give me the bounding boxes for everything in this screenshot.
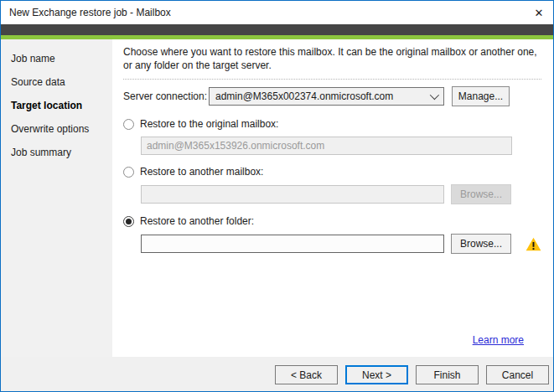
another-folder-field-row: Browse... (141, 234, 541, 254)
radio-original-mailbox-label: Restore to the original mailbox: (140, 118, 278, 130)
radio-row-another-mailbox[interactable]: Restore to another mailbox: (123, 166, 541, 178)
original-mailbox-field (141, 137, 512, 155)
next-button[interactable]: Next > (345, 365, 408, 384)
title-bar: New Exchange restore job - Mailbox ✕ (1, 1, 553, 24)
sidebar-item-overwrite-options[interactable]: Overwrite options (1, 117, 112, 141)
finish-button[interactable]: Finish (416, 365, 479, 384)
sidebar-item-source-data[interactable]: Source data (1, 70, 112, 94)
sidebar-item-job-summary[interactable]: Job summary (1, 141, 112, 164)
server-connection-dropdown[interactable]: admin@M365x002374.onmicrosoft.com (209, 87, 444, 106)
another-mailbox-field (141, 185, 444, 204)
step-content: Choose where you want to restore this ma… (112, 39, 554, 357)
browse-folder-button[interactable]: Browse... (451, 234, 511, 254)
step-description: Choose where you want to restore this ma… (123, 45, 541, 72)
server-connection-value: admin@M365x002374.onmicrosoft.com (215, 90, 430, 102)
back-button[interactable]: < Back (275, 365, 338, 384)
wizard-dialog: New Exchange restore job - Mailbox ✕ Job… (0, 0, 554, 392)
radio-another-folder-label: Restore to another folder: (140, 215, 254, 227)
warning-icon (526, 237, 541, 251)
sidebar-item-target-location[interactable]: Target location (1, 94, 112, 117)
another-folder-field[interactable] (141, 235, 444, 253)
header-dark-band (1, 24, 553, 35)
original-mailbox-field-row (141, 137, 541, 155)
cancel-button[interactable]: Cancel (486, 365, 549, 384)
radio-row-another-folder[interactable]: Restore to another folder: (123, 215, 541, 227)
radio-another-folder[interactable] (123, 216, 134, 227)
server-connection-label: Server connection: (123, 90, 209, 102)
radio-another-mailbox[interactable] (123, 167, 134, 178)
dotted-separator (123, 79, 541, 80)
sidebar-item-job-name[interactable]: Job name (1, 47, 112, 70)
window-title: New Exchange restore job - Mailbox (1, 7, 171, 18)
server-connection-row: Server connection: admin@M365x002374.onm… (123, 86, 541, 106)
radio-another-mailbox-label: Restore to another mailbox: (140, 166, 263, 178)
manage-button[interactable]: Manage... (452, 86, 510, 106)
radio-original-mailbox[interactable] (123, 119, 134, 130)
main-area: Job name Source data Target location Ove… (1, 39, 553, 357)
another-mailbox-field-row: Browse... (141, 184, 541, 204)
browse-mailbox-button: Browse... (451, 184, 511, 204)
learn-more-link[interactable]: Learn more (473, 334, 524, 346)
footer-button-bar: < Back Next > Finish Cancel (1, 357, 553, 392)
radio-row-original-mailbox[interactable]: Restore to the original mailbox: (123, 118, 541, 130)
wizard-steps-sidebar: Job name Source data Target location Ove… (1, 39, 112, 357)
chevron-down-icon (430, 90, 439, 100)
close-icon[interactable]: ✕ (525, 1, 553, 24)
